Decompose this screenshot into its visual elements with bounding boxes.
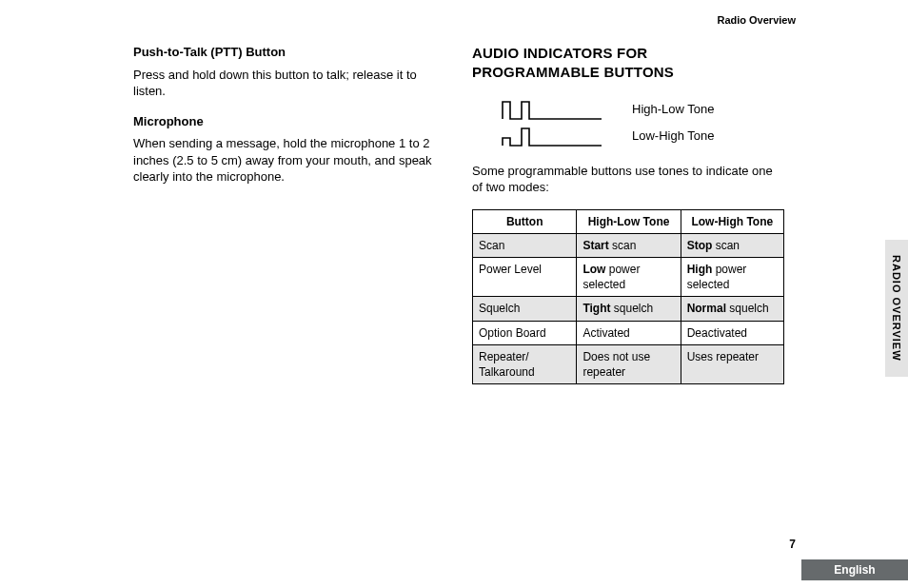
th-button: Button xyxy=(473,209,577,233)
table-cell: Scan xyxy=(473,233,577,257)
right-column: AUDIO INDICATORS FOR PROGRAMMABLE BUTTON… xyxy=(472,44,777,384)
side-tab: RADIO OVERVIEW xyxy=(885,240,908,377)
section-title: AUDIO INDICATORS FOR PROGRAMMABLE BUTTON… xyxy=(472,44,777,83)
table-cell: Tight squelch xyxy=(577,297,681,321)
table-cell: Deactivated xyxy=(681,321,783,344)
mic-body: When sending a message, hold the microph… xyxy=(133,135,438,186)
table-cell: Stop scan xyxy=(681,233,783,257)
tone-label-high-low: High-Low Tone xyxy=(632,101,714,118)
table-cell: Uses repeater xyxy=(681,344,783,383)
page-number: 7 xyxy=(789,537,796,552)
table-cell: Option Board xyxy=(473,321,577,344)
ptt-heading: Push-to-Talk (PTT) Button xyxy=(133,44,438,61)
language-tab-label: English xyxy=(834,562,875,578)
table-cell: High power selected xyxy=(681,257,783,296)
table-row: Power LevelLow power selectedHigh power … xyxy=(473,257,784,296)
table-cell: Low power selected xyxy=(577,257,681,296)
high-low-tone-icon xyxy=(501,98,605,121)
left-column: Push-to-Talk (PTT) Button Press and hold… xyxy=(133,44,438,384)
table-cell: Repeater/ Talkaround xyxy=(473,344,577,383)
low-high-tone-icon xyxy=(501,125,605,147)
mic-heading: Microphone xyxy=(133,113,438,130)
table-cell: Power Level xyxy=(473,257,577,296)
table-cell: Squelch xyxy=(473,297,577,321)
tones-intro: Some programmable buttons use tones to i… xyxy=(472,163,777,196)
running-head: Radio Overview xyxy=(717,13,796,28)
th-highlow: High-Low Tone xyxy=(577,209,681,233)
table-row: SquelchTight squelchNormal squelch xyxy=(473,297,784,321)
table-row: ScanStart scanStop scan xyxy=(473,233,784,257)
side-tab-label: RADIO OVERVIEW xyxy=(890,255,904,362)
ptt-body: Press and hold down this button to talk;… xyxy=(133,67,438,100)
language-tab: English xyxy=(801,559,908,580)
table-row: Repeater/ TalkaroundDoes not use repeate… xyxy=(473,344,784,383)
table-cell: Does not use repeater xyxy=(577,344,681,383)
table-cell: Start scan xyxy=(577,233,681,257)
table-row: Option BoardActivatedDeactivated xyxy=(473,321,784,344)
table-cell: Normal squelch xyxy=(681,297,783,321)
tone-label-low-high: Low-High Tone xyxy=(632,127,714,145)
tones-table: Button High-Low Tone Low-High Tone ScanS… xyxy=(472,209,784,385)
table-cell: Activated xyxy=(577,321,681,344)
th-lowhigh: Low-High Tone xyxy=(681,209,783,233)
